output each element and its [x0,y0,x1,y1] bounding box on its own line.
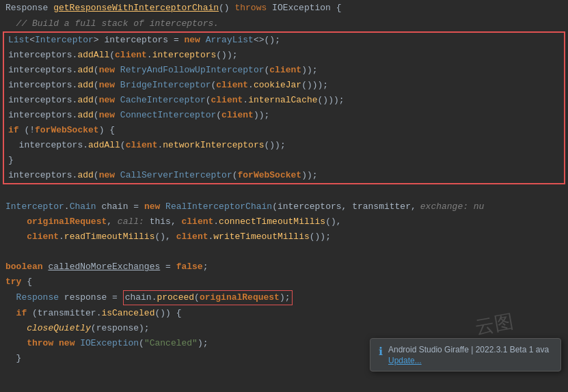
notification-title: Android Studio Giraffe | 2022.3.1 Beta 1… [388,344,549,356]
info-icon: ℹ [379,345,383,359]
code-line-4: interceptors.add(new BridgeInterceptor(c… [4,78,564,93]
code-line-5: interceptors.add(new CacheInterceptor(cl… [4,93,564,108]
exception-type: IOException { [267,1,341,15]
code-line-1: List<Interceptor> interceptors = new Arr… [4,33,564,48]
notification-popup[interactable]: ℹ Android Studio Giraffe | 2022.3.1 Beta… [370,338,561,372]
comment-line: // Build a full stack of interceptors. [0,16,568,31]
code-line-2: interceptors.addAll(client.interceptors(… [4,48,564,63]
boolean-line: boolean calledNoMoreExchanges = false; [0,260,568,275]
blank-line-1 [0,184,568,199]
throws-keyword: throws [234,1,267,15]
return-type: Response [5,1,53,15]
function-signature-line: Response getResponseWithInterceptorChain… [0,0,568,16]
response-line: Response response = chain.proceed(origin… [0,290,568,306]
code-line-10: interceptors.add(new CallServerIntercept… [4,168,564,183]
code-line-7: if (!forWebSocket) { [4,123,564,138]
update-link[interactable]: Update... [388,356,549,365]
timeout-line: client.readTimeoutMillis(), client.write… [0,229,568,244]
code-line-3: interceptors.add(new RetryAndFollowUpInt… [4,63,564,78]
method-name: getResponseWithInterceptorChain [53,1,219,15]
comment-text: // Build a full stack of interceptors. [5,17,219,31]
original-request-line: originalRequest, call: this, client.conn… [0,214,568,229]
blank-line-2 [0,244,568,260]
notification-content: Android Studio Giraffe | 2022.3.1 Beta 1… [388,344,549,365]
try-line: try { [0,275,568,290]
code-line-8: interceptors.addAll(client.networkInterc… [4,138,564,153]
code-line-9: } [4,153,564,168]
code-line-6: interceptors.add(new ConnectInterceptor(… [4,108,564,123]
params: () [219,1,234,15]
highlighted-code-block: List<Interceptor> interceptors = new Arr… [3,31,565,184]
chain-line: Interceptor.Chain chain = new RealInterc… [0,199,568,214]
